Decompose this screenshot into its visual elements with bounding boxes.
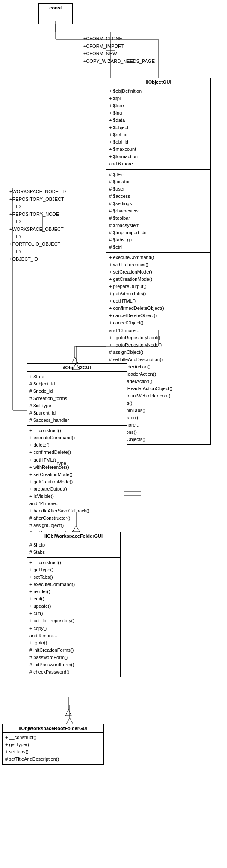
ilObject2GUI-const-labels: +WORKSPACE_NODE_ID +REPOSITORY_OBJECT ID… — [9, 188, 66, 263]
type-label: type — [57, 461, 66, 466]
svg-marker-26 — [66, 718, 73, 724]
ilObjectGUI-attrs-plus: + $objDefinition + $tpl + $tree + $lng +… — [106, 86, 210, 170]
ilObjWorkspaceFolderGUI-methods: + __construct() + getType() + setTabs() … — [27, 558, 120, 677]
ilObjWorkspaceRootFolderGUI-box: ilObjWorkspaceRootFolderGUI + __construc… — [2, 724, 104, 765]
ilObjWorkspaceFolderGUI-attrs: # $help # $tabs — [27, 540, 120, 558]
ilObjWorkspaceRootFolderGUI-title: ilObjWorkspaceRootFolderGUI — [3, 724, 103, 733]
ilObjWorkspaceFolderGUI-box: ilObjWorkspaceFolderGUI # $help # $tabs … — [27, 532, 121, 677]
const-box: const — [38, 3, 73, 24]
ilObjectGUI-title: ilObjectGUI — [106, 78, 210, 86]
ilObject2GUI-title: ilObject2GUI — [27, 364, 127, 372]
ilObjWorkspaceRootFolderGUI-methods: + __construct() + getType() + setTabs() … — [3, 733, 103, 764]
ilObjectGUI-attrs-hash: # $ilErr # $locator # $user # $access # … — [106, 170, 210, 253]
cform-labels: +CFORM_CLONE +CFORM_IMPORT +CFORM_NEW +C… — [83, 35, 155, 65]
svg-marker-7 — [72, 357, 78, 363]
diagram-container: const +CFORM_CLONE +CFORM_IMPORT +CFORM_… — [0, 0, 227, 868]
ilObject2GUI-attrs: + $tree # $object_id # $node_id # $creat… — [27, 372, 127, 426]
svg-marker-12 — [65, 709, 71, 716]
ilObjWorkspaceFolderGUI-title: ilObjWorkspaceFolderGUI — [27, 532, 120, 540]
const-box-body — [39, 12, 72, 24]
const-box-title: const — [39, 4, 72, 12]
